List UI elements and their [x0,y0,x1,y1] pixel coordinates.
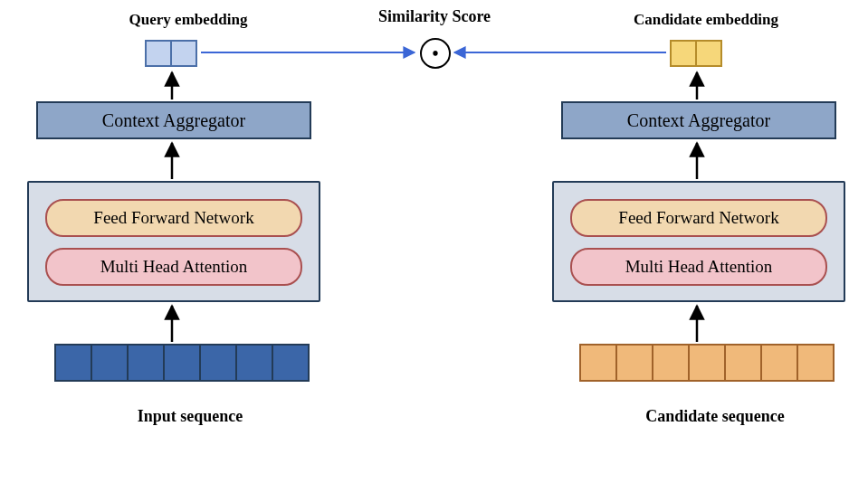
right-ffn-layer: Feed Forward Network [570,199,827,237]
right-mha-layer: Multi Head Attention [570,248,827,286]
left-mha-layer: Multi Head Attention [45,248,302,286]
candidate-embedding-vector [670,40,722,67]
candidate-seq-token [796,344,835,382]
right-encoder-block: Feed Forward Network Multi Head Attentio… [552,181,845,302]
input-seq-token [91,344,129,382]
cand-emb-cell [697,42,720,65]
candidate-seq-token [652,344,690,382]
query-emb-cell [172,42,196,65]
query-emb-cell [147,42,172,65]
left-aggregator-label: Context Aggregator [102,110,245,131]
candidate-seq-token [579,344,617,382]
input-sequence-caption: Input sequence [100,407,281,426]
candidate-sequence-caption: Candidate sequence [597,407,833,426]
input-seq-token [199,344,237,382]
left-ffn-label: Feed Forward Network [93,208,253,228]
dot-product-icon: • [420,38,451,69]
right-aggregator-label: Context Aggregator [627,110,770,131]
candidate-seq-token [724,344,762,382]
left-context-aggregator: Context Aggregator [36,101,311,139]
right-mha-label: Multi Head Attention [625,257,773,277]
input-seq-token [235,344,273,382]
cand-emb-cell [672,42,697,65]
candidate-seq-token [688,344,726,382]
input-seq-token [163,344,201,382]
input-seq-token [127,344,165,382]
input-sequence-row [54,344,310,382]
similarity-score-label: Similarity Score [344,7,525,26]
diagram-root: Similarity Score • Query embedding Candi… [0,0,868,483]
left-encoder-block: Feed Forward Network Multi Head Attentio… [27,181,320,302]
right-ffn-label: Feed Forward Network [618,208,778,228]
candidate-seq-token [615,344,653,382]
right-context-aggregator: Context Aggregator [561,101,836,139]
candidate-seq-token [760,344,798,382]
input-seq-token [54,344,92,382]
query-embedding-label: Query embedding [89,11,288,29]
candidate-sequence-row [579,344,835,382]
query-embedding-vector [145,40,197,67]
left-ffn-layer: Feed Forward Network [45,199,302,237]
left-mha-label: Multi Head Attention [100,257,248,277]
input-seq-token [272,344,310,382]
candidate-embedding-label: Candidate embedding [588,11,824,29]
